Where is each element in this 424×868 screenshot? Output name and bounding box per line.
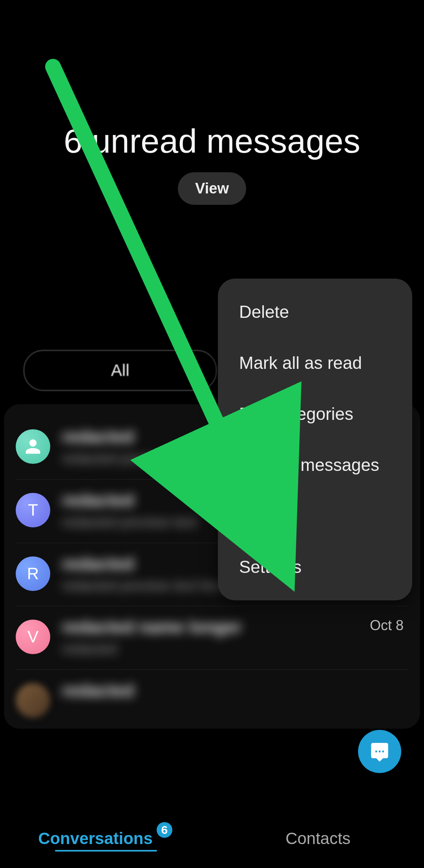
unread-badge: 6	[157, 822, 172, 838]
tab-conversations-label: Conversations	[38, 829, 153, 848]
menu-item-settings[interactable]: Settings	[218, 542, 412, 593]
chat-icon	[369, 741, 390, 762]
tab-contacts-label: Contacts	[285, 829, 351, 848]
tab-conversations[interactable]: Conversations 6	[0, 809, 212, 868]
avatar: T	[16, 493, 50, 527]
item-name: redacted name longer	[62, 617, 408, 637]
active-tab-underline	[55, 850, 157, 852]
item-body: redacted	[62, 681, 408, 704]
avatar	[16, 429, 50, 464]
view-button[interactable]: View	[178, 172, 246, 205]
item-preview: redacted	[62, 640, 408, 658]
bottom-nav: Conversations 6 Contacts	[0, 809, 424, 868]
item-body: redacted name longer redacted	[62, 617, 408, 658]
item-name: redacted	[62, 681, 408, 700]
tab-contacts[interactable]: Contacts	[212, 809, 424, 868]
avatar: R	[16, 556, 50, 591]
avatar: V	[16, 620, 50, 654]
header: 6 unread messages View	[0, 0, 424, 205]
unread-count-title: 6 unread messages	[0, 122, 424, 160]
menu-item-delete[interactable]: Delete	[218, 286, 412, 337]
menu-item-trash[interactable]: Trash	[218, 491, 412, 542]
list-item[interactable]: V redacted name longer redacted Oct 8	[16, 606, 408, 670]
list-item[interactable]: redacted	[16, 670, 408, 729]
menu-item-edit-categories[interactable]: Edit categories	[218, 388, 412, 439]
person-icon	[24, 438, 42, 455]
menu-item-mark-read[interactable]: Mark all as read	[218, 337, 412, 388]
avatar	[16, 683, 50, 718]
menu-item-starred[interactable]: Starred messages	[218, 439, 412, 491]
item-date: Oct 8	[370, 617, 404, 634]
overflow-menu: Delete Mark all as read Edit categories …	[218, 279, 412, 600]
compose-button[interactable]	[358, 730, 401, 773]
filter-chip-all[interactable]: All	[24, 350, 217, 391]
